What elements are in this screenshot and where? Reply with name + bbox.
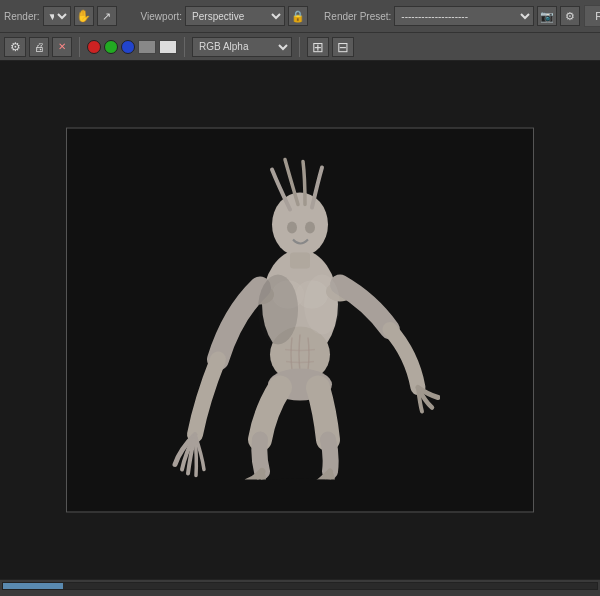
viewport-label: Viewport:	[141, 11, 183, 22]
gear-icon-button[interactable]: ⚙	[560, 6, 580, 26]
red-channel-dot[interactable]	[87, 40, 101, 54]
svg-point-13	[304, 275, 340, 335]
svg-point-3	[272, 193, 328, 257]
toolbar-row1: Render: ▼ ✋ ↗ Viewport: Perspective 🔒 Re…	[0, 0, 600, 32]
gray-swatch[interactable]	[138, 40, 156, 54]
render-preset-section: Render Preset: -------------------- 📷 ⚙	[324, 6, 580, 26]
viewport-select[interactable]: Perspective	[185, 6, 285, 26]
channel-select[interactable]: RGB Alpha	[192, 37, 292, 57]
green-channel-dot[interactable]	[104, 40, 118, 54]
svg-point-4	[287, 222, 297, 234]
arrow-tool-button[interactable]: ↗	[97, 6, 117, 26]
monster-figure	[160, 140, 440, 482]
blue-channel-dot[interactable]	[121, 40, 135, 54]
separator4	[184, 37, 185, 57]
render-right: Render Production	[584, 5, 600, 27]
single-view-button[interactable]: ⊞	[307, 37, 329, 57]
scrollbar-thumb[interactable]	[3, 583, 63, 589]
print-icon-button[interactable]: 🖨	[29, 37, 49, 57]
toolbar-row2: ⚙ 🖨 ✕ RGB Alpha ⊞ ⊟	[0, 32, 600, 60]
svg-rect-6	[290, 253, 310, 269]
lock-button[interactable]: 🔒	[288, 6, 308, 26]
render-canvas-wrapper	[66, 128, 534, 513]
svg-point-12	[258, 275, 298, 345]
quad-view-button[interactable]: ⊟	[332, 37, 354, 57]
camera-icon-button[interactable]: 📷	[537, 6, 557, 26]
close-icon-button[interactable]: ✕	[52, 37, 72, 57]
svg-point-5	[305, 222, 315, 234]
render-dropdown[interactable]: ▼	[43, 6, 71, 26]
viewport-section: Viewport: Perspective 🔒	[141, 6, 309, 26]
scrollbar-track[interactable]	[2, 582, 598, 590]
settings-icon-button[interactable]: ⚙	[4, 37, 26, 57]
white-swatch[interactable]	[159, 40, 177, 54]
scrollbar-area	[0, 579, 600, 591]
main-render-area	[0, 61, 600, 579]
render-button[interactable]: Render	[584, 5, 600, 27]
render-preset-label: Render Preset:	[324, 11, 391, 22]
separator3	[79, 37, 80, 57]
render-label: Render:	[4, 11, 40, 22]
render-preset-select[interactable]: --------------------	[394, 6, 534, 26]
render-canvas	[66, 128, 534, 513]
render-section: Render: ▼ ✋ ↗	[4, 6, 117, 26]
hand-tool-button[interactable]: ✋	[74, 6, 94, 26]
separator5	[299, 37, 300, 57]
monster-svg	[160, 140, 440, 480]
